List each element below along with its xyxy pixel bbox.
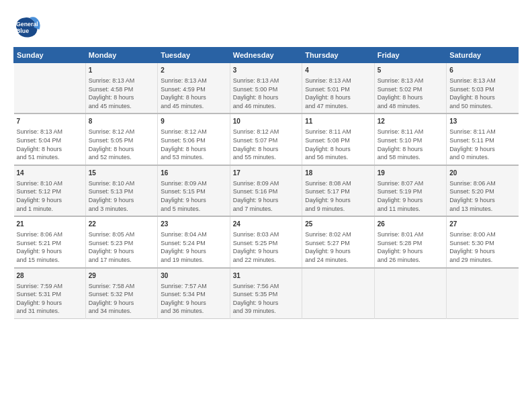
- day-info: Sunrise: 8:13 AM: [89, 77, 154, 85]
- calendar-header: SundayMondayTuesdayWednesdayThursdayFrid…: [14, 48, 519, 63]
- day-info: Sunrise: 8:09 AM: [161, 179, 226, 188]
- logo-icon: General Blue: [13, 13, 40, 40]
- day-cell: 31Sunrise: 7:56 AMSunset: 5:35 PMDayligh…: [230, 268, 302, 319]
- day-info: Sunset: 5:30 PM: [449, 239, 515, 248]
- day-info: Sunrise: 8:10 AM: [89, 179, 154, 188]
- day-info: Daylight: 8 hours: [305, 93, 371, 102]
- day-info: Sunrise: 8:09 AM: [233, 179, 299, 188]
- day-info: Sunrise: 8:03 AM: [233, 230, 299, 239]
- day-info: and 47 minutes.: [305, 102, 371, 111]
- day-info: Sunset: 5:35 PM: [233, 290, 299, 299]
- day-info: and 46 minutes.: [233, 102, 299, 111]
- week-row-1: 1Sunrise: 8:13 AMSunset: 4:58 PMDaylight…: [14, 63, 519, 114]
- day-info: Sunset: 5:08 PM: [305, 136, 371, 145]
- day-number: 17: [233, 169, 299, 178]
- header-cell-thursday: Thursday: [302, 48, 374, 63]
- day-number: 18: [305, 169, 371, 178]
- day-info: and 22 minutes.: [233, 256, 299, 265]
- day-number: 4: [305, 66, 371, 75]
- day-info: Daylight: 9 hours: [161, 196, 226, 205]
- day-cell: 13Sunrise: 8:11 AMSunset: 5:11 PMDayligh…: [447, 113, 519, 165]
- day-cell: 20Sunrise: 8:06 AMSunset: 5:20 PMDayligh…: [447, 165, 519, 216]
- page: General Blue SundayMondayTuesdayWednesda…: [0, 0, 532, 411]
- day-info: Sunrise: 8:13 AM: [233, 77, 299, 85]
- day-number: 1: [89, 66, 154, 75]
- day-number: 11: [305, 117, 371, 126]
- logo: General Blue: [13, 13, 43, 40]
- day-info: Daylight: 8 hours: [161, 93, 226, 102]
- day-info: Sunset: 5:20 PM: [449, 187, 515, 196]
- header: General Blue: [13, 13, 519, 40]
- day-cell: 1Sunrise: 8:13 AMSunset: 4:58 PMDaylight…: [85, 63, 157, 114]
- header-cell-wednesday: Wednesday: [230, 48, 302, 63]
- week-row-5: 28Sunrise: 7:59 AMSunset: 5:31 PMDayligh…: [14, 268, 519, 319]
- day-info: Daylight: 9 hours: [17, 247, 83, 256]
- day-info: Sunset: 5:02 PM: [378, 85, 443, 94]
- day-cell: [374, 268, 446, 319]
- day-number: 30: [161, 271, 226, 281]
- day-number: 2: [161, 66, 226, 75]
- calendar-body: 1Sunrise: 8:13 AMSunset: 4:58 PMDaylight…: [14, 63, 519, 319]
- day-info: and 29 minutes.: [449, 256, 515, 265]
- day-cell: 5Sunrise: 8:13 AMSunset: 5:02 PMDaylight…: [374, 63, 446, 114]
- day-cell: [14, 63, 86, 114]
- day-cell: 3Sunrise: 8:13 AMSunset: 5:00 PMDaylight…: [230, 63, 302, 114]
- day-info: Sunrise: 7:59 AM: [17, 282, 83, 291]
- day-info: Sunset: 5:12 PM: [17, 187, 83, 196]
- day-info: Daylight: 8 hours: [233, 145, 299, 154]
- day-cell: 12Sunrise: 8:11 AMSunset: 5:10 PMDayligh…: [374, 113, 446, 165]
- day-info: Sunset: 5:16 PM: [233, 187, 299, 196]
- day-cell: 22Sunrise: 8:05 AMSunset: 5:23 PMDayligh…: [85, 216, 157, 267]
- day-number: 31: [233, 271, 299, 281]
- day-info: Daylight: 8 hours: [161, 145, 226, 154]
- day-info: Sunrise: 8:04 AM: [161, 230, 226, 239]
- day-info: Sunset: 5:17 PM: [305, 187, 371, 196]
- day-info: Sunrise: 8:07 AM: [378, 179, 443, 188]
- day-info: Sunrise: 8:13 AM: [305, 77, 371, 85]
- day-info: Daylight: 8 hours: [378, 145, 443, 154]
- day-number: 25: [305, 220, 371, 229]
- day-info: Daylight: 9 hours: [233, 247, 299, 256]
- svg-text:General: General: [16, 21, 38, 28]
- day-cell: 24Sunrise: 8:03 AMSunset: 5:25 PMDayligh…: [230, 216, 302, 267]
- day-info: Sunrise: 8:11 AM: [378, 128, 443, 136]
- day-cell: 29Sunrise: 7:58 AMSunset: 5:32 PMDayligh…: [85, 268, 157, 319]
- day-number: 21: [17, 220, 83, 229]
- day-info: Sunset: 5:32 PM: [89, 290, 154, 299]
- day-info: Sunset: 5:05 PM: [89, 136, 154, 145]
- day-info: Daylight: 9 hours: [89, 196, 154, 205]
- day-number: 13: [449, 117, 515, 126]
- day-cell: 28Sunrise: 7:59 AMSunset: 5:31 PMDayligh…: [14, 268, 86, 319]
- day-info: Sunrise: 8:12 AM: [161, 128, 226, 136]
- day-info: Sunset: 5:13 PM: [89, 187, 154, 196]
- day-info: Sunrise: 8:00 AM: [449, 230, 515, 239]
- day-info: Sunrise: 8:06 AM: [17, 230, 83, 239]
- day-info: Sunrise: 8:12 AM: [89, 128, 154, 136]
- day-info: Sunset: 5:07 PM: [233, 136, 299, 145]
- day-info: Daylight: 8 hours: [449, 93, 515, 102]
- day-info: Daylight: 9 hours: [161, 247, 226, 256]
- day-info: and 45 minutes.: [89, 102, 154, 111]
- day-number: 5: [378, 66, 443, 75]
- day-cell: 26Sunrise: 8:01 AMSunset: 5:28 PMDayligh…: [374, 216, 446, 267]
- day-info: Sunrise: 8:06 AM: [449, 179, 515, 188]
- day-info: Daylight: 9 hours: [305, 247, 371, 256]
- day-info: Daylight: 8 hours: [233, 93, 299, 102]
- day-cell: 30Sunrise: 7:57 AMSunset: 5:34 PMDayligh…: [158, 268, 230, 319]
- day-info: and 17 minutes.: [89, 256, 154, 265]
- day-cell: 27Sunrise: 8:00 AMSunset: 5:30 PMDayligh…: [447, 216, 519, 267]
- day-info: Sunset: 5:24 PM: [161, 239, 226, 248]
- day-info: Sunset: 5:19 PM: [378, 187, 443, 196]
- day-info: and 13 minutes.: [449, 205, 515, 214]
- day-number: 7: [17, 117, 83, 126]
- day-number: 14: [17, 169, 83, 178]
- day-info: Sunrise: 8:11 AM: [449, 128, 515, 136]
- header-cell-tuesday: Tuesday: [158, 48, 230, 63]
- day-cell: 11Sunrise: 8:11 AMSunset: 5:08 PMDayligh…: [302, 113, 374, 165]
- day-number: 12: [378, 117, 443, 126]
- day-number: 10: [233, 117, 299, 126]
- day-info: Daylight: 9 hours: [449, 145, 515, 154]
- day-info: Sunset: 5:03 PM: [449, 85, 515, 94]
- day-info: Sunrise: 8:13 AM: [161, 77, 226, 85]
- day-info: Sunrise: 7:56 AM: [233, 282, 299, 291]
